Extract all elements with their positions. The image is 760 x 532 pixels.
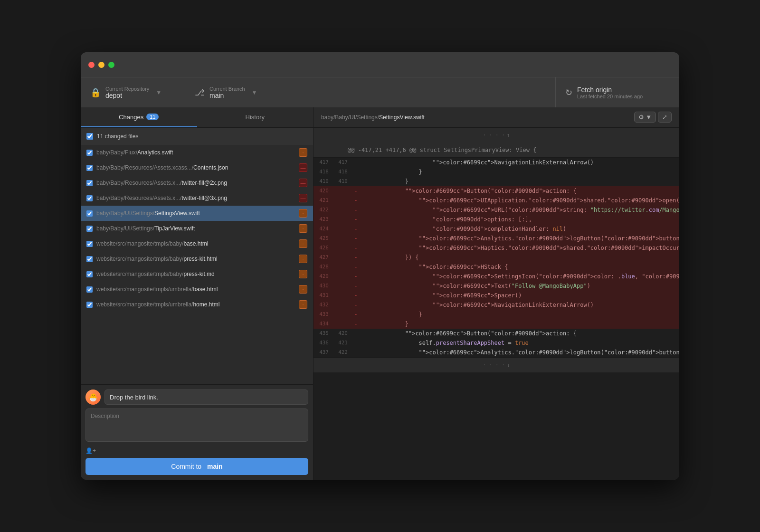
- line-num-old: 424: [314, 224, 332, 234]
- line-num-old: 431: [314, 291, 332, 300]
- tab-history[interactable]: History: [197, 107, 314, 127]
- diff-line: 432- "">color:#6699cc">NavigationLinkExt…: [314, 300, 679, 310]
- diff-code: "">color:#6699cc">Haptics."color:#9090dd…: [360, 243, 679, 253]
- line-num-old: 426: [314, 243, 332, 253]
- app-window: 🔒 Current Repository depot ▼ ⎇ Current B…: [81, 52, 679, 480]
- file-list-item[interactable]: baby/Baby/UI/Settings/TipJarView.swift·: [81, 221, 313, 236]
- file-list-item[interactable]: baby/Baby/Flux/Analytics.swift·: [81, 145, 313, 160]
- file-list: baby/Baby/Flux/Analytics.swift·baby/Baby…: [81, 145, 313, 384]
- file-path-text: baby/Baby/UI/Settings/SettingsView.swift: [96, 210, 295, 217]
- diff-nav-bottom: · · · · ↓: [314, 357, 679, 372]
- diff-settings-button[interactable]: ⚙ ▼: [634, 112, 656, 123]
- diff-line: 418418 }: [314, 167, 679, 177]
- add-coauthor-button[interactable]: 👤+: [86, 447, 96, 454]
- diff-code: "">color:#6699cc">Analytics."color:#9090…: [360, 348, 679, 357]
- fetch-label-group: Fetch origin Last fetched 20 minutes ago: [577, 86, 643, 99]
- file-status-badge: ·: [299, 255, 307, 263]
- file-checkbox[interactable]: [86, 180, 93, 186]
- file-list-item[interactable]: baby/Baby/Resources/Assets.xcass.../Cont…: [81, 160, 313, 175]
- fetch-label: Fetch origin: [577, 86, 643, 94]
- line-num-new: [332, 205, 352, 215]
- file-checkbox[interactable]: [86, 241, 93, 247]
- file-list-item[interactable]: website/src/mangosite/tmpls/baby/base.ht…: [81, 236, 313, 251]
- repo-label: Current Repository depot: [105, 86, 149, 99]
- line-num-old: 427: [314, 253, 332, 262]
- commit-description-input[interactable]: [86, 408, 308, 442]
- file-list-item[interactable]: website/src/mangosite/tmpls/umbrella/bas…: [81, 282, 313, 297]
- diff-content: · · · · ↑ @@ -417,21 +417,6 @@ struct Se…: [314, 127, 679, 480]
- diff-sign: -: [352, 253, 360, 262]
- file-checkbox[interactable]: [86, 195, 93, 201]
- commit-button[interactable]: Commit to main: [86, 458, 308, 475]
- file-checkbox[interactable]: [86, 150, 93, 156]
- main-area: Changes 11 History 11 changed files baby…: [81, 107, 679, 480]
- file-checkbox[interactable]: [86, 226, 93, 232]
- diff-line: 433- }: [314, 310, 679, 319]
- file-list-item[interactable]: baby/Baby/UI/Settings/SettingsView.swift…: [81, 206, 313, 221]
- commit-button-label: Commit to: [171, 463, 201, 470]
- line-num-new: [332, 234, 352, 243]
- fetch-sublabel: Last fetched 20 minutes ago: [577, 94, 643, 99]
- diff-filepath: baby/Baby/UI/Settings/SettingsView.swift: [321, 114, 634, 121]
- select-all-checkbox[interactable]: [86, 133, 93, 140]
- line-num-new: [332, 319, 352, 329]
- line-num-old: 417: [314, 158, 332, 167]
- line-num-new: [332, 215, 352, 224]
- diff-code: self.presentShareAppSheet = true: [360, 338, 679, 348]
- file-path-text: baby/Baby/UI/Settings/TipJarView.swift: [96, 225, 295, 232]
- file-checkbox[interactable]: [86, 210, 93, 217]
- line-num-new: [332, 224, 352, 234]
- file-checkbox[interactable]: [86, 302, 93, 308]
- lock-icon: 🔒: [90, 87, 101, 98]
- line-num-old: 429: [314, 272, 332, 281]
- line-num-new: 417: [332, 158, 352, 167]
- diff-nav-arrow-down[interactable]: ↓: [507, 362, 510, 368]
- diff-nav-arrow-up[interactable]: ↑: [507, 132, 510, 138]
- diff-code: "">color:#6699cc">URL("color:#9090dd">st…: [360, 205, 679, 215]
- file-checkbox[interactable]: [86, 256, 93, 262]
- commit-message-row: 🐣: [86, 390, 308, 405]
- file-list-item[interactable]: website/src/mangosite/tmpls/baby/press-k…: [81, 251, 313, 266]
- branch-section[interactable]: ⎇ Current Branch main ▼: [185, 77, 556, 107]
- file-path-text: baby/Baby/Resources/Assets.xcass.../Cont…: [96, 164, 295, 171]
- line-num-old: 434: [314, 319, 332, 329]
- diff-code: "">color:#6699cc">NavigationLinkExternal…: [360, 300, 679, 310]
- add-coauthor-icon: 👤+: [86, 447, 96, 454]
- minimize-button[interactable]: [98, 62, 104, 68]
- file-list-item[interactable]: website/src/mangosite/tmpls/baby/press-k…: [81, 266, 313, 282]
- file-status-badge: ·: [299, 285, 307, 294]
- maximize-button[interactable]: [108, 62, 114, 68]
- tab-changes[interactable]: Changes 11: [81, 107, 197, 127]
- line-num-old: 428: [314, 262, 332, 272]
- diff-filepath-name: SettingsView.swift: [379, 114, 425, 121]
- file-status-badge: ·: [299, 300, 307, 309]
- file-list-item[interactable]: baby/Baby/Resources/Assets.x.../twitter-…: [81, 190, 313, 206]
- repo-section[interactable]: 🔒 Current Repository depot ▼: [81, 77, 185, 107]
- diff-line: 420- "">color:#6699cc">Button("color:#90…: [314, 186, 679, 196]
- file-status-badge: —: [299, 163, 307, 172]
- file-checkbox[interactable]: [86, 286, 93, 293]
- file-checkbox[interactable]: [86, 271, 93, 277]
- file-path-text: baby/Baby/Resources/Assets.x.../twitter-…: [96, 195, 295, 201]
- line-num-new: 421: [332, 338, 352, 348]
- commit-message-input[interactable]: [104, 390, 308, 405]
- close-button[interactable]: [88, 62, 95, 68]
- fetch-section[interactable]: ↻ Fetch origin Last fetched 20 minutes a…: [556, 77, 679, 107]
- file-status-badge: —: [299, 194, 307, 202]
- line-num-new: [332, 310, 352, 319]
- diff-code: "">color:#6699cc">UIApplication."color:#…: [360, 196, 679, 205]
- diff-line: 422- "">color:#6699cc">URL("color:#9090d…: [314, 205, 679, 215]
- file-path-text: website/src/mangosite/tmpls/baby/base.ht…: [96, 240, 295, 247]
- diff-code: "">color:#6699cc">Button("color:#9090dd"…: [360, 186, 679, 196]
- diff-expand-button[interactable]: ⤢: [658, 112, 672, 123]
- diff-code: "">color:#6699cc">NavigationLinkExternal…: [360, 158, 679, 167]
- file-list-item[interactable]: baby/Baby/Resources/Assets.x.../twitter-…: [81, 175, 313, 190]
- diff-line: 423- "color:#9090dd">options: [:],: [314, 215, 679, 224]
- diff-line: 436421 self.presentShareAppSheet = true: [314, 338, 679, 348]
- diff-sign: -: [352, 243, 360, 253]
- diff-line: 424- "color:#9090dd">completionHandler: …: [314, 224, 679, 234]
- file-checkbox[interactable]: [86, 165, 93, 171]
- diff-sign: -: [352, 281, 360, 291]
- file-list-item[interactable]: website/src/mangosite/tmpls/umbrella/hom…: [81, 297, 313, 312]
- tab-changes-label: Changes: [119, 114, 143, 121]
